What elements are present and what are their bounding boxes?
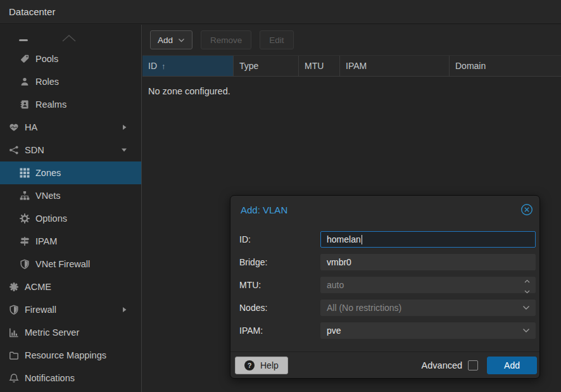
user-icon [20, 77, 30, 87]
help-button[interactable]: ? Help [235, 357, 288, 374]
page-title: Datacenter [9, 6, 55, 17]
tag-icon [20, 54, 30, 64]
text-cursor [362, 235, 362, 244]
column-header-label: IPAM [346, 61, 367, 71]
sidebar-item-pools[interactable]: Pools [0, 47, 141, 70]
sidebar-item-label: ACME [25, 282, 51, 292]
column-header-label: MTU [305, 61, 324, 71]
folder-icon [9, 350, 19, 360]
nodes-select-row: Nodes:All (No restrictions) [237, 300, 536, 316]
column-header-type[interactable]: Type [234, 56, 299, 76]
sidebar-tree: PoolsRolesRealmsHASDNZonesVNetsOptionsIP… [0, 47, 141, 389]
column-header-domain[interactable]: Domain [450, 56, 561, 76]
bar-chart-icon [9, 327, 19, 338]
nodes-select[interactable]: All (No restrictions) [320, 300, 536, 316]
chevron-down-icon[interactable] [121, 148, 127, 153]
add-button[interactable]: Add [150, 30, 192, 49]
bridge-input[interactable]: vmbr0 [320, 254, 536, 270]
address-book-icon [20, 99, 30, 110]
field-value: vmbr0 [327, 257, 351, 267]
bridge-input-row: Bridge:vmbr0 [237, 254, 536, 270]
ipam-select-label: IPAM: [237, 326, 320, 336]
zones-toolbar: Add Remove Edit [142, 25, 561, 55]
shield-icon [20, 259, 30, 269]
sort-ascending-icon: ↑ [161, 61, 166, 71]
advanced-label: Advanced [422, 360, 463, 370]
chevron-down-icon [178, 38, 185, 42]
sidebar-item-label: Zones [35, 168, 61, 178]
spinner-buttons[interactable] [524, 277, 530, 293]
sidebar-item-vnet-firewall[interactable]: VNet Firewall [0, 253, 141, 275]
mtu-spinner[interactable]: auto [320, 277, 536, 293]
sidebar-item-options[interactable]: Options [0, 207, 141, 230]
field-placeholder: auto [327, 280, 344, 290]
sidebar-item-realms[interactable]: Realms [0, 93, 141, 116]
sidebar-item-metric-server[interactable]: Metric Server [0, 321, 141, 344]
nodes-select-label: Nodes: [237, 303, 320, 313]
sidebar-item-acme[interactable]: ACME [0, 275, 141, 298]
sidebar-item-vnets[interactable]: VNets [0, 184, 141, 207]
sidebar-item-sdn[interactable]: SDN [0, 139, 141, 161]
gear-icon [20, 213, 30, 224]
field-placeholder: All (No restrictions) [327, 303, 401, 313]
sidebar-item-label: Firewall [25, 305, 56, 315]
chevron-right-icon[interactable] [122, 307, 127, 313]
sidebar-item-label: SDN [25, 145, 44, 155]
dialog-header[interactable]: Add: VLAN [230, 196, 539, 224]
sidebar-item-label: HA [25, 122, 37, 132]
advanced-checkbox[interactable] [468, 360, 478, 370]
mtu-spinner-row: MTU:auto [237, 277, 536, 293]
column-header-label: Domain [455, 61, 486, 71]
heartbeat-icon [9, 122, 19, 132]
sidebar-item-label: Options [35, 213, 67, 224]
sidebar-item-label: Pools [35, 54, 58, 64]
field-value: pve [327, 326, 341, 336]
sidebar-item-notifications[interactable]: Notifications [0, 367, 141, 389]
sidebar-item-resource-mappings[interactable]: Resource Mappings [0, 344, 141, 367]
remove-button[interactable]: Remove [201, 30, 251, 49]
chevron-right-icon[interactable] [122, 124, 127, 130]
chevron-up-icon [61, 34, 77, 45]
sidebar-item-label: Roles [35, 77, 59, 87]
column-header-ipam[interactable]: IPAM [340, 56, 450, 76]
column-header-label: ID [148, 61, 157, 71]
signpost-icon [20, 236, 30, 246]
dropdown-chevron-icon[interactable] [522, 300, 530, 315]
ipam-select[interactable]: pve [320, 322, 536, 339]
add-submit-button[interactable]: Add [487, 357, 537, 374]
sidebar-item-firewall[interactable]: Firewall [0, 298, 141, 321]
dialog-form: ID:homelanBridge:vmbr0MTU:autoNodes:All … [230, 224, 539, 339]
dropdown-chevron-icon[interactable] [522, 323, 530, 338]
sidebar-item-label: VNet Firewall [35, 259, 90, 269]
zones-table-header: ID↑TypeMTUIPAMDomain [142, 55, 561, 77]
add-vlan-dialog: Add: VLAN ID:homelanBridge:vmbr0MTU:auto… [230, 195, 540, 379]
field-value: homelan [327, 234, 361, 244]
sidebar-item-label: IPAM [35, 236, 57, 246]
empty-table-text: No zone configured. [142, 77, 561, 106]
network-icon [9, 145, 19, 155]
id-input-label: ID: [237, 234, 320, 244]
certificate-icon [9, 282, 19, 292]
spinner-down-icon[interactable] [524, 286, 530, 296]
question-icon: ? [244, 360, 255, 370]
bridge-input-label: Bridge: [237, 257, 320, 267]
spinner-up-icon[interactable] [524, 275, 530, 285]
column-header-mtu[interactable]: MTU [299, 56, 340, 76]
sidebar-item-label: Resource Mappings [25, 350, 106, 360]
edit-button[interactable]: Edit [260, 30, 293, 49]
sitemap-icon [20, 191, 30, 201]
sidebar-item-ha[interactable]: HA [0, 116, 141, 139]
column-header-id[interactable]: ID↑ [142, 56, 234, 76]
sidebar-item-roles[interactable]: Roles [0, 70, 141, 93]
sidebar: PoolsRolesRealmsHASDNZonesVNetsOptionsIP… [0, 25, 142, 392]
id-input-row: ID:homelan [237, 231, 536, 248]
sidebar-item-label: Metric Server [25, 327, 79, 338]
sidebar-item-zones[interactable]: Zones [0, 161, 141, 184]
sidebar-item-label: Notifications [25, 373, 75, 383]
scrolled-item-fragment [0, 27, 141, 47]
id-input[interactable]: homelan [320, 231, 536, 248]
help-button-label: Help [260, 360, 279, 370]
grid-icon [20, 168, 30, 178]
sidebar-item-ipam[interactable]: IPAM [0, 230, 141, 253]
close-icon[interactable] [520, 203, 533, 216]
